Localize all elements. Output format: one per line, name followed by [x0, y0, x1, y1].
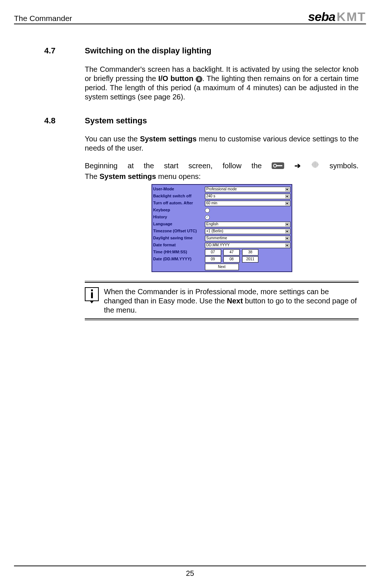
- paragraph-4-8-a: You can use the System settings menu to …: [85, 134, 359, 153]
- time-spinner[interactable]: 07: 47: 38: [205, 249, 290, 256]
- section-4-8: 4.8 System settings You can use the Syst…: [44, 116, 359, 321]
- page-content: 4.7 Switching on the display lighting Th…: [44, 46, 359, 320]
- info-icon: [85, 287, 99, 301]
- brand-part-2: KMT: [337, 10, 366, 24]
- heading-title: Switching on the display lighting: [85, 46, 211, 56]
- heading-title: System settings: [85, 116, 147, 126]
- heading-number: 4.7: [44, 46, 85, 56]
- row-label: Time (HH:MM:SS): [153, 250, 205, 255]
- wrench-icon: [272, 162, 284, 169]
- heading-4-7: 4.7 Switching on the display lighting: [44, 46, 359, 56]
- dateformat-dropdown[interactable]: DD.MM.YYYY: [205, 243, 290, 248]
- page-footer: 25: [14, 566, 366, 578]
- dst-dropdown[interactable]: Summertime: [205, 236, 290, 241]
- row-label: Turn off autom. After: [153, 201, 205, 206]
- autooff-dropdown[interactable]: 60 min: [205, 201, 290, 206]
- info-text: When the Commander is in Professional mo…: [104, 287, 359, 315]
- paragraph-4-8-b-line1: Beginning at the start screen, follow th…: [85, 160, 359, 171]
- device-screen: User-ModeProfessional mode Backlight swi…: [151, 184, 292, 272]
- row-label: Keybeep: [153, 208, 205, 213]
- history-checkbox[interactable]: ✓: [205, 215, 210, 220]
- page-header: The Commander sebaKMT: [14, 7, 366, 24]
- paragraph-4-7: The Commander's screen has a backlight. …: [85, 65, 359, 102]
- paragraph-4-8-b-line2: The System settings menu opens:: [85, 172, 359, 181]
- callout-8-icon: 8: [196, 76, 202, 82]
- svg-point-0: [273, 164, 276, 167]
- system-settings-screenshot: User-ModeProfessional mode Backlight swi…: [85, 184, 359, 272]
- row-label: Date (DD.MM.YYYY): [153, 257, 205, 262]
- row-label: Language: [153, 222, 205, 227]
- row-label: Daylight saving time: [153, 236, 205, 241]
- language-dropdown[interactable]: English: [205, 222, 290, 227]
- page-header-title: The Commander: [14, 14, 72, 23]
- globe-icon: [311, 160, 320, 171]
- brand-logo: sebaKMT: [308, 10, 366, 23]
- date-spinner[interactable]: 09. 08. 2011: [205, 256, 290, 263]
- user-mode-dropdown[interactable]: Professional mode: [205, 187, 290, 192]
- heading-4-8: 4.8 System settings: [44, 116, 359, 126]
- row-label: History: [153, 215, 205, 220]
- row-label: Backlight switch off: [153, 194, 205, 199]
- info-box: When the Commander is in Professional mo…: [85, 281, 359, 320]
- keybeep-radio[interactable]: [205, 208, 210, 213]
- brand-part-1: seba: [308, 10, 335, 24]
- timezone-dropdown[interactable]: +1 (Berlin): [205, 229, 290, 234]
- heading-number: 4.8: [44, 116, 85, 126]
- next-button[interactable]: Next: [205, 264, 239, 270]
- row-label: Timezone (Offset UTC): [153, 229, 205, 234]
- section-4-7: 4.7 Switching on the display lighting Th…: [44, 46, 359, 102]
- page-number: 25: [186, 569, 194, 577]
- row-label: User-Mode: [153, 187, 205, 192]
- backlight-dropdown[interactable]: 240 s: [205, 194, 290, 199]
- arrow-icon: ➔: [294, 161, 301, 170]
- row-label: Date format: [153, 243, 205, 248]
- svg-rect-1: [276, 165, 282, 166]
